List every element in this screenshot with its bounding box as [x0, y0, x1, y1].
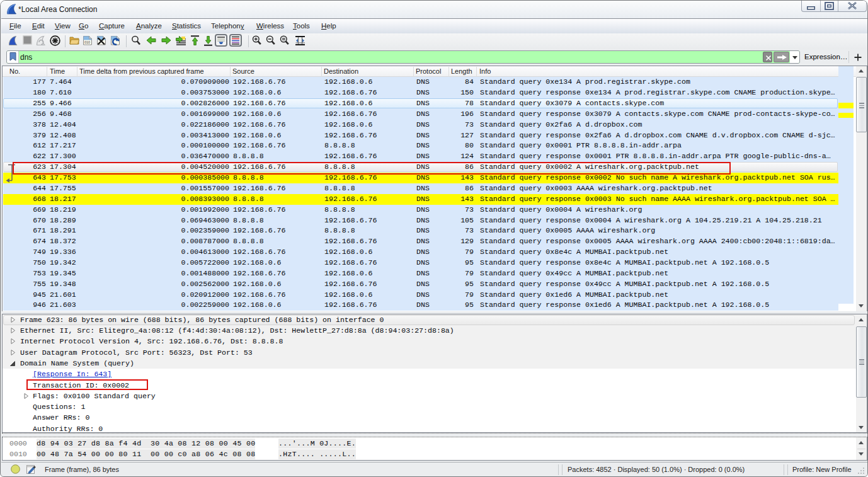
svg-text:010: 010 — [84, 40, 90, 44]
